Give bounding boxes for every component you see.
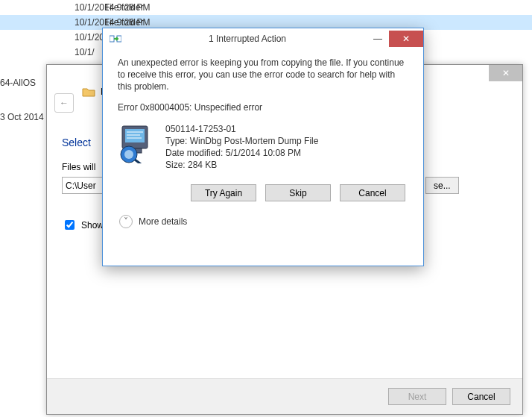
folder-icon (81, 84, 96, 99)
show-extracted-label: Show (81, 220, 104, 231)
close-button[interactable]: ✕ (489, 65, 522, 81)
browse-button[interactable]: se... (425, 177, 459, 194)
bg-text: 64-AllOS (0, 67, 46, 88)
copy-transfer-icon (109, 32, 122, 46)
file-type: File folder (89, 17, 144, 28)
cancel-button[interactable]: Cancel (340, 184, 405, 201)
file-date: 10/1/2014 9:26 PM (0, 32, 89, 43)
svg-rect-0 (110, 36, 114, 42)
more-details-toggle[interactable]: ˅ More details (119, 215, 408, 237)
close-icon: ✕ (402, 34, 410, 44)
skip-button[interactable]: Skip (265, 184, 331, 201)
cancel-button[interactable]: Cancel (452, 388, 510, 405)
file-type: File folder (89, 2, 144, 13)
interrupted-action-dialog: 1 Interrupted Action — ✕ An unexpected e… (102, 28, 424, 266)
svg-line-10 (135, 160, 141, 163)
error-message: An unexpected error is keeping you from … (118, 57, 408, 93)
file-size-label: Size: 284 KB (165, 159, 318, 171)
file-date: 10/1/ (0, 47, 89, 57)
svg-point-9 (124, 150, 133, 159)
svg-rect-3 (125, 129, 145, 142)
minimize-button[interactable]: — (367, 31, 389, 47)
back-button[interactable]: ← (54, 93, 74, 113)
file-name: 050114-17253-01 (165, 123, 318, 135)
file-type-label: Type: WinDbg Post-Mortem Dump File (165, 135, 318, 147)
bg-text: 3 Oct 2014 (0, 88, 46, 122)
file-list-row[interactable]: 10/1/2014 9:28 PM File folder (0, 0, 532, 15)
next-button: Next (388, 388, 446, 405)
background-window-fragment: 64-AllOS 3 Oct 2014 (0, 67, 46, 306)
minimize-icon: — (373, 34, 382, 44)
show-extracted-checkbox[interactable] (65, 220, 75, 230)
more-details-label: More details (139, 216, 187, 227)
error-code: Error 0x80004005: Unspecified error (118, 102, 408, 113)
file-date: 10/1/2014 9:26 PM (0, 17, 89, 28)
close-icon: ✕ (502, 68, 510, 78)
file-date: 10/1/2014 9:28 PM (0, 2, 89, 13)
chevron-down-icon: ˅ (119, 215, 133, 228)
arrow-left-icon: ← (60, 98, 69, 108)
close-button[interactable]: ✕ (389, 31, 423, 47)
dialog-title: 1 Interrupted Action (128, 34, 367, 44)
file-date-label: Date modified: 5/1/2014 10:08 PM (165, 147, 318, 159)
try-again-button[interactable]: Try Again (191, 184, 256, 201)
dump-file-icon (118, 123, 155, 163)
